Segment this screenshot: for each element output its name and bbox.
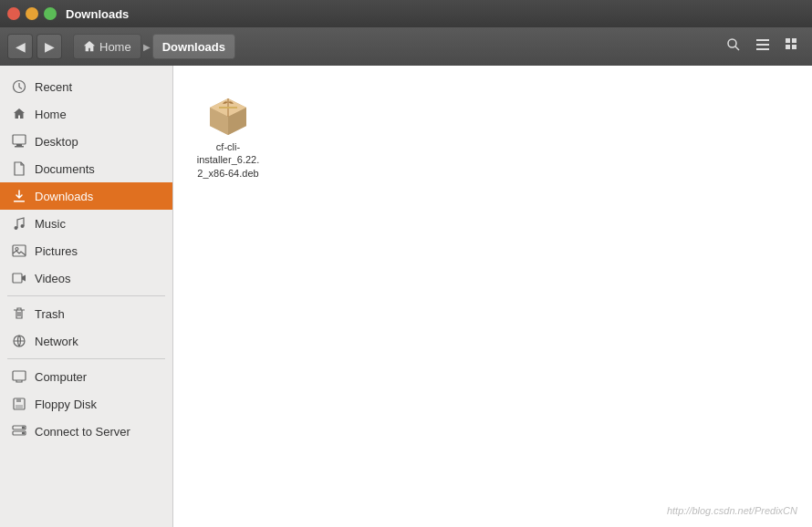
sidebar-item-music[interactable]: Music bbox=[0, 210, 172, 237]
desktop-icon bbox=[11, 133, 27, 150]
sidebar-item-recent-label: Recent bbox=[35, 80, 72, 94]
documents-icon bbox=[11, 160, 27, 177]
view-grid-button[interactable] bbox=[779, 34, 805, 59]
sidebar-divider-1 bbox=[7, 295, 165, 296]
content-area: Recent Home Desktop bbox=[0, 66, 812, 527]
sidebar: Recent Home Desktop bbox=[0, 66, 173, 527]
sidebar-item-music-label: Music bbox=[35, 217, 66, 231]
view-list-button[interactable] bbox=[750, 34, 776, 59]
svg-rect-24 bbox=[13, 371, 26, 380]
sidebar-item-floppy[interactable]: Floppy Disk bbox=[0, 390, 172, 418]
svg-line-11 bbox=[19, 88, 22, 89]
recent-icon bbox=[11, 78, 27, 95]
sidebar-item-pictures-label: Pictures bbox=[35, 244, 78, 258]
svg-rect-12 bbox=[13, 135, 26, 144]
downloads-icon bbox=[11, 188, 27, 204]
sidebar-item-network-label: Network bbox=[35, 335, 78, 348]
home-icon bbox=[83, 40, 96, 53]
file-item-cf-cli[interactable]: cf-cli-installer_6.22.2_x86-64.deb bbox=[192, 84, 265, 183]
svg-rect-7 bbox=[786, 45, 790, 49]
breadcrumb-downloads[interactable]: Downloads bbox=[152, 34, 235, 59]
svg-point-30 bbox=[23, 427, 25, 429]
sidebar-item-server[interactable]: Connect to Server bbox=[0, 418, 172, 445]
sidebar-item-server-label: Connect to Server bbox=[35, 425, 130, 439]
svg-rect-2 bbox=[756, 39, 769, 41]
breadcrumb-home[interactable]: Home bbox=[73, 34, 141, 59]
svg-rect-27 bbox=[16, 405, 23, 408]
sidebar-item-recent[interactable]: Recent bbox=[0, 73, 172, 100]
watermark: http://blog.csdn.net/PredixCN bbox=[667, 505, 797, 516]
sidebar-item-home[interactable]: Home bbox=[0, 100, 172, 128]
svg-line-1 bbox=[735, 46, 739, 50]
music-icon bbox=[11, 215, 27, 232]
home-icon bbox=[11, 106, 27, 122]
file-icon-cf-cli bbox=[204, 88, 252, 135]
sidebar-item-computer-label: Computer bbox=[35, 370, 87, 384]
file-grid: cf-cli-installer_6.22.2_x86-64.deb bbox=[192, 84, 794, 183]
sidebar-item-network[interactable]: Network bbox=[0, 327, 172, 355]
sidebar-item-desktop[interactable]: Desktop bbox=[0, 128, 172, 155]
breadcrumb-downloads-label: Downloads bbox=[162, 40, 225, 54]
forward-button[interactable]: ▶ bbox=[36, 34, 62, 59]
maximize-button[interactable] bbox=[44, 7, 57, 20]
svg-point-0 bbox=[728, 39, 736, 47]
sidebar-item-pictures[interactable]: Pictures bbox=[0, 237, 172, 264]
svg-rect-8 bbox=[792, 45, 796, 49]
network-icon bbox=[11, 333, 27, 349]
forward-icon: ▶ bbox=[45, 39, 55, 54]
file-area: cf-cli-installer_6.22.2_x86-64.deb http:… bbox=[173, 66, 812, 527]
back-button[interactable]: ◀ bbox=[7, 34, 33, 59]
sidebar-item-home-label: Home bbox=[35, 108, 67, 121]
close-button[interactable] bbox=[7, 7, 20, 20]
sidebar-item-documents[interactable]: Documents bbox=[0, 155, 172, 182]
sidebar-item-computer[interactable]: Computer bbox=[0, 363, 172, 390]
svg-rect-18 bbox=[13, 245, 26, 256]
breadcrumb-separator: ▶ bbox=[143, 42, 151, 52]
sidebar-item-floppy-label: Floppy Disk bbox=[35, 398, 97, 411]
window-controls bbox=[7, 7, 57, 20]
svg-rect-20 bbox=[13, 274, 22, 283]
svg-point-16 bbox=[15, 226, 18, 230]
sidebar-item-trash[interactable]: Trash bbox=[0, 300, 172, 327]
search-button[interactable] bbox=[721, 34, 746, 59]
svg-rect-14 bbox=[15, 146, 24, 148]
svg-rect-6 bbox=[792, 38, 796, 43]
toolbar-actions bbox=[721, 34, 805, 59]
minimize-button[interactable] bbox=[26, 7, 38, 20]
sidebar-item-documents-label: Documents bbox=[35, 162, 95, 176]
breadcrumb-home-label: Home bbox=[99, 40, 131, 54]
videos-icon bbox=[11, 270, 27, 286]
back-icon: ◀ bbox=[16, 39, 26, 54]
sidebar-item-downloads-label: Downloads bbox=[35, 190, 93, 203]
pictures-icon bbox=[11, 243, 27, 259]
sidebar-item-videos-label: Videos bbox=[35, 272, 71, 285]
sidebar-divider-2 bbox=[7, 358, 165, 359]
window-title: Downloads bbox=[66, 7, 129, 21]
breadcrumb: Home ▶ Downloads bbox=[73, 34, 235, 59]
svg-rect-5 bbox=[786, 38, 790, 43]
floppy-icon bbox=[11, 396, 27, 412]
svg-rect-15 bbox=[14, 201, 25, 202]
view-grid-icon bbox=[785, 37, 799, 56]
svg-rect-13 bbox=[16, 144, 22, 146]
titlebar: Downloads bbox=[0, 0, 812, 27]
toolbar: ◀ ▶ Home ▶ Downloads bbox=[0, 27, 812, 66]
sidebar-item-desktop-label: Desktop bbox=[35, 135, 78, 149]
svg-rect-26 bbox=[16, 398, 21, 402]
deb-package-icon bbox=[206, 88, 250, 135]
search-icon bbox=[726, 37, 741, 56]
svg-rect-3 bbox=[756, 44, 769, 46]
sidebar-item-trash-label: Trash bbox=[35, 307, 65, 321]
file-name-cf-cli: cf-cli-installer_6.22.2_x86-64.deb bbox=[195, 140, 261, 180]
svg-rect-4 bbox=[756, 48, 769, 50]
computer-icon bbox=[11, 368, 27, 385]
view-list-icon bbox=[755, 37, 770, 56]
trash-icon bbox=[11, 305, 27, 322]
svg-point-17 bbox=[21, 224, 25, 228]
svg-point-19 bbox=[16, 248, 18, 251]
svg-point-31 bbox=[23, 432, 25, 434]
server-icon bbox=[11, 423, 27, 439]
sidebar-item-downloads[interactable]: Downloads bbox=[0, 182, 172, 210]
sidebar-item-videos[interactable]: Videos bbox=[0, 264, 172, 292]
